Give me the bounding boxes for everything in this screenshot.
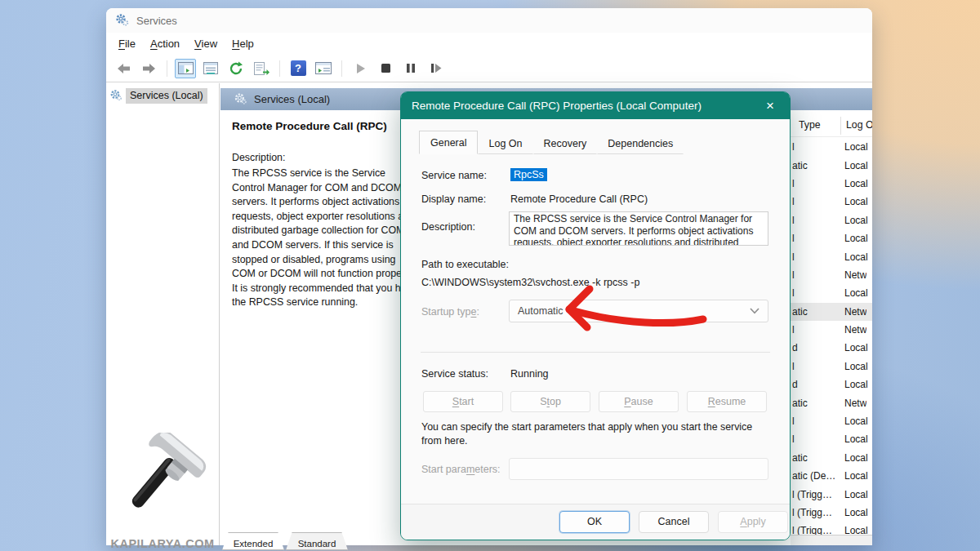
dialog-footer: OK Cancel Apply [401, 504, 790, 540]
list-item[interactable]: l (Trigg…Local [791, 485, 872, 503]
list-header-row: Type Log O [791, 117, 872, 137]
dialog-titlebar: Remote Procedure Call (RPC) Properties (… [401, 92, 790, 119]
tab-standard[interactable]: Standard [286, 532, 348, 550]
list-item[interactable]: lLocal [791, 175, 872, 193]
toolbar: ? [106, 55, 872, 82]
panel-header-title: Services (Local) [254, 93, 330, 105]
tab-log-on[interactable]: Log On [478, 132, 532, 154]
start-button[interactable]: Start [423, 391, 503, 412]
services-list-rows: lLocalaticLocallLocallLocallLocallLocall… [791, 138, 872, 540]
resume-button[interactable]: Resume [687, 391, 767, 412]
show-action-pane-icon[interactable] [313, 59, 334, 78]
back-icon[interactable] [113, 59, 134, 78]
hammer-logo-icon [117, 518, 208, 531]
divider [421, 352, 770, 353]
apply-button[interactable]: Apply [718, 511, 788, 533]
list-item[interactable]: l (Trigg…Local [791, 504, 872, 522]
dialog-title: Remote Procedure Call (RPC) Properties (… [412, 100, 702, 112]
list-item[interactable]: lLocal [791, 211, 872, 229]
watermark: KAPILARYA.COM [106, 433, 219, 550]
startup-type-value: Automatic [518, 305, 564, 317]
description-text: The RPCSS service is the Service Control… [232, 167, 420, 310]
startup-type-label: Startup type: [421, 306, 479, 318]
tab-extended[interactable]: Extended [222, 532, 284, 550]
restart-service-icon[interactable] [425, 59, 447, 78]
list-item[interactable]: aticLocal [791, 156, 872, 174]
list-item[interactable]: lNetw [791, 321, 872, 339]
list-item[interactable]: lLocal [791, 284, 872, 302]
service-name-value: RpcSs [510, 169, 547, 180]
list-item[interactable]: lLocal [791, 229, 872, 247]
menu-action[interactable]: Action [143, 35, 187, 52]
list-item[interactable]: atic (De…Local [791, 467, 872, 485]
refresh-icon[interactable] [225, 59, 247, 78]
menu-help[interactable]: Help [225, 35, 261, 52]
list-item[interactable]: lLocal [791, 358, 872, 375]
description-textbox[interactable]: The RPCSS service is the Service Control… [509, 211, 768, 246]
start-parameters-note: You can specify the start parameters tha… [421, 420, 771, 448]
rpc-properties-dialog: Remote Procedure Call (RPC) Properties (… [400, 91, 791, 540]
column-divider[interactable] [840, 117, 841, 135]
list-item[interactable]: dLocal [791, 339, 872, 357]
ok-button[interactable]: OK [559, 511, 630, 533]
gear-icon [109, 89, 122, 104]
toolbar-separator [167, 60, 167, 77]
properties-icon[interactable] [200, 59, 221, 78]
list-item[interactable]: lLocal [791, 247, 872, 265]
list-item[interactable]: lLocal [791, 430, 872, 448]
sidebar-item-services-local[interactable]: Services (Local) [109, 88, 219, 104]
gear-icon [234, 92, 247, 107]
column-header-log-on-as[interactable]: Log O [846, 119, 872, 131]
list-item[interactable]: dLocal [791, 375, 872, 393]
service-status-value: Running [510, 368, 549, 380]
pause-service-icon[interactable] [400, 59, 421, 78]
column-header-startup-type[interactable]: Type [799, 119, 821, 131]
list-item[interactable]: lLocal [791, 412, 872, 430]
path-to-executable-label: Path to executable: [421, 259, 509, 270]
list-item[interactable]: lLocal [791, 138, 872, 156]
cancel-button[interactable]: Cancel [639, 511, 709, 533]
window-title: Services [136, 15, 177, 27]
show-console-tree-icon[interactable] [175, 59, 196, 78]
window-titlebar: Services [106, 8, 872, 33]
display-name-label: Display name: [421, 193, 486, 205]
list-item[interactable]: lLocal [791, 193, 872, 211]
list-item[interactable]: aticLocal [791, 449, 872, 467]
toolbar-separator [279, 60, 280, 77]
menu-view[interactable]: View [187, 35, 225, 52]
list-item[interactable]: lNetw [791, 266, 872, 284]
list-item[interactable]: aticNetw [791, 393, 872, 411]
services-app-icon [115, 13, 129, 29]
close-icon[interactable]: × [761, 97, 779, 114]
selected-service-title: Remote Procedure Call (RPC) [232, 120, 387, 132]
view-tabs: Extended Standard [222, 532, 350, 545]
console-tree-panel: Services (Local) KAPILARYA.COM [106, 83, 220, 545]
watermark-text: KAPILARYA.COM [106, 537, 219, 550]
tab-dependencies[interactable]: Dependencies [597, 132, 684, 154]
startup-type-dropdown[interactable]: Automatic [509, 300, 768, 322]
tab-general[interactable]: General [419, 131, 478, 154]
path-to-executable-value: C:\WINDOWS\system32\svchost.exe -k rpcss… [421, 277, 639, 288]
start-parameters-label: Start parameters: [421, 464, 501, 475]
services-list: Type Log O lLocalaticLocallLocallLocallL… [791, 110, 872, 545]
menu-file[interactable]: File [111, 35, 143, 52]
pause-button[interactable]: Pause [599, 391, 679, 412]
horizontal-scrollbar[interactable] [791, 535, 872, 545]
selected-text: RpcSs [510, 168, 547, 181]
menu-bar: File Action View Help [106, 33, 872, 55]
tab-recovery[interactable]: Recovery [533, 132, 598, 154]
start-parameters-input[interactable] [509, 458, 768, 480]
stop-service-icon[interactable] [375, 59, 396, 78]
tree-item-label: Services (Local) [126, 88, 207, 104]
service-name-label: Service name: [421, 170, 487, 181]
dialog-tabs: General Log On Recovery Dependencies [419, 131, 684, 154]
stop-button[interactable]: Stop [510, 391, 590, 412]
help-icon[interactable]: ? [287, 59, 309, 78]
list-item[interactable]: aticNetw [791, 303, 872, 321]
start-service-icon[interactable] [350, 59, 371, 78]
service-status-label: Service status: [421, 368, 488, 380]
export-list-icon[interactable] [251, 59, 272, 78]
display-name-value: Remote Procedure Call (RPC) [510, 193, 648, 205]
forward-icon[interactable] [138, 59, 159, 78]
description-label: Description: [421, 221, 475, 233]
